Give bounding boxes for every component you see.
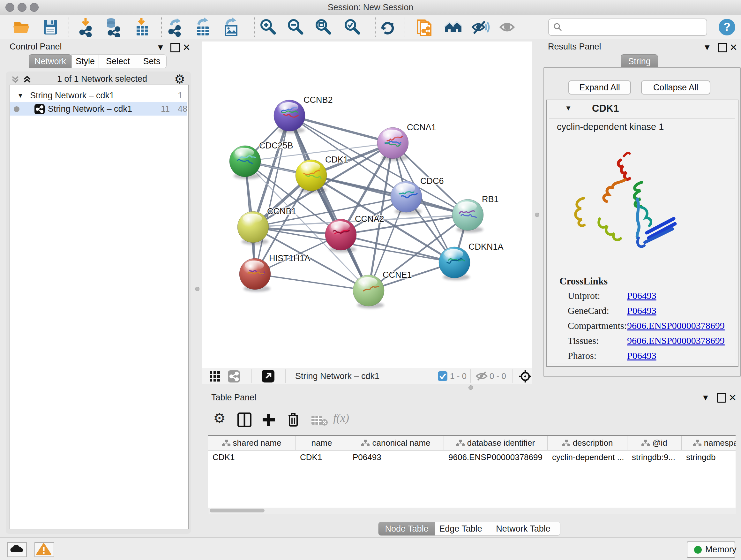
crosslink-tissues-link[interactable]: 9606.ENSP00000378699 xyxy=(627,335,725,346)
share-document-icon[interactable] xyxy=(415,17,434,37)
collection-expand-icon[interactable]: ▼ xyxy=(17,89,23,102)
export-image-icon[interactable] xyxy=(221,17,241,37)
footer-separator xyxy=(252,369,252,383)
hide-glass-icon[interactable] xyxy=(471,17,490,37)
string-home-icon[interactable] xyxy=(444,17,463,37)
table-options-gear-icon[interactable]: ⚙ xyxy=(213,410,226,426)
results-panel-collapse-icon[interactable]: ▼ xyxy=(703,43,711,52)
svg-text:CCNE1: CCNE1 xyxy=(383,270,412,280)
tab-network[interactable]: Network xyxy=(29,54,72,68)
left-splitter-handle[interactable] xyxy=(195,287,199,291)
cloud-status-button[interactable] xyxy=(7,542,27,557)
svg-text:?: ? xyxy=(724,20,731,34)
import-table-icon[interactable] xyxy=(133,17,152,37)
column-header-description[interactable]: description xyxy=(548,436,627,450)
zoom-fit-icon[interactable] xyxy=(314,17,333,37)
table-cell[interactable]: P06493 xyxy=(348,450,444,464)
collapse-all-button[interactable]: Collapse All xyxy=(641,80,711,95)
tab-sets[interactable]: Sets xyxy=(137,54,166,68)
zoom-selected-icon[interactable] xyxy=(343,17,362,37)
protein-structure-image xyxy=(561,150,686,256)
toolbar-separator xyxy=(161,17,162,37)
network-label: String Network – cdk1 xyxy=(48,102,132,116)
tab-node-table[interactable]: Node Table xyxy=(378,522,435,536)
control-panel-collapse-icon[interactable]: ▼ xyxy=(156,43,165,52)
tab-select[interactable]: Select xyxy=(98,54,137,68)
bottom-splitter-handle[interactable] xyxy=(468,385,473,390)
network-view-title: String Network – cdk1 xyxy=(295,368,380,384)
export-table-icon[interactable] xyxy=(193,17,212,37)
table-cell[interactable]: CDK1 xyxy=(208,450,295,464)
network-row-selected[interactable]: String Network – cdk1 11 48 xyxy=(10,102,187,116)
table-cell[interactable]: stringdb:9... xyxy=(627,450,681,464)
table-cell[interactable]: CDK1 xyxy=(295,450,348,464)
control-panel-float-icon[interactable] xyxy=(171,43,180,52)
tab-network-table[interactable]: Network Table xyxy=(486,522,560,536)
crosslink-pharos-link[interactable]: P06493 xyxy=(627,350,657,361)
toolbar-separator xyxy=(254,17,255,37)
network-options-gear-icon[interactable]: ⚙ xyxy=(174,72,185,86)
toolbar-separator xyxy=(375,17,376,37)
open-session-icon[interactable] xyxy=(12,17,31,37)
protein-name: CDK1 xyxy=(592,103,619,114)
column-header-id[interactable]: @id xyxy=(627,436,682,450)
column-header-name[interactable]: name xyxy=(295,436,348,450)
column-header-database-identifier[interactable]: database identifier xyxy=(444,436,548,450)
protein-collapse-icon[interactable]: ▼ xyxy=(565,104,572,112)
control-panel-close-icon[interactable]: ✕ xyxy=(183,42,191,53)
table-panel-close-icon[interactable]: ✕ xyxy=(729,392,737,403)
crosslink-genecard-link[interactable]: P06493 xyxy=(627,305,657,316)
warning-icon xyxy=(35,543,52,555)
table-panel-float-icon[interactable] xyxy=(717,393,726,402)
export-network-icon[interactable] xyxy=(166,17,185,37)
import-network-from-database-icon[interactable] xyxy=(104,17,123,37)
zoom-in-icon[interactable] xyxy=(259,17,278,37)
delete-column-icon[interactable] xyxy=(286,412,300,429)
import-network-icon[interactable] xyxy=(77,17,96,37)
scrollbar-thumb[interactable] xyxy=(210,509,265,512)
string-network-badge-icon[interactable] xyxy=(228,370,240,385)
svg-text:RB1: RB1 xyxy=(482,194,499,204)
show-columns-icon[interactable] xyxy=(238,413,252,429)
string-app-icon xyxy=(35,104,45,118)
delete-table-icon xyxy=(312,415,328,428)
crosslink-compartments-link[interactable]: 9606.ENSP00000378699 xyxy=(627,320,725,331)
apply-layout-icon[interactable] xyxy=(378,17,397,37)
table-cell[interactable]: cyclin-dependent ... xyxy=(548,450,627,464)
selected-checkbox-icon[interactable] xyxy=(438,371,448,383)
table-horizontal-scrollbar[interactable] xyxy=(208,508,736,514)
help-icon[interactable]: ? xyxy=(718,18,736,38)
node-table[interactable]: shared name name canonical name database… xyxy=(208,435,736,509)
network-view-canvas[interactable]: CCNB2CCNA1CDC25BCDK1CDC6RB1CCNB1CCNA2CDK… xyxy=(202,42,532,368)
column-header-canonical-name[interactable]: canonical name xyxy=(348,436,444,450)
tab-style[interactable]: Style xyxy=(71,54,99,68)
column-header-shared-name[interactable]: shared name xyxy=(208,436,295,450)
right-splitter-handle[interactable] xyxy=(535,212,539,217)
network-collection-row[interactable]: ▼ String Network – cdk1 1 xyxy=(10,89,187,102)
table-cell[interactable]: stringdb xyxy=(682,450,736,464)
memory-button[interactable]: Memory xyxy=(687,542,735,558)
add-column-icon[interactable] xyxy=(262,413,276,429)
warning-status-button[interactable] xyxy=(35,542,54,557)
fit-content-crosshair-icon[interactable] xyxy=(519,370,532,385)
results-panel-float-icon[interactable] xyxy=(718,43,727,52)
tab-string-results[interactable]: String xyxy=(621,54,658,68)
hidden-eye-slash-icon[interactable] xyxy=(475,371,488,383)
show-glass-icon[interactable] xyxy=(498,17,518,37)
table-panel-collapse-icon[interactable]: ▼ xyxy=(701,393,710,402)
birds-eye-view-icon[interactable] xyxy=(210,371,220,384)
column-header-namespace[interactable]: namespace xyxy=(682,436,736,450)
zoom-out-icon[interactable] xyxy=(286,17,305,37)
search-input[interactable] xyxy=(548,18,707,36)
save-session-icon[interactable] xyxy=(41,17,60,37)
collection-count: 1 xyxy=(170,89,183,102)
open-view-icon[interactable] xyxy=(262,370,274,385)
expand-all-button[interactable]: Expand All xyxy=(568,80,631,95)
tab-edge-table[interactable]: Edge Table xyxy=(435,522,486,536)
svg-text:CDC6: CDC6 xyxy=(420,176,444,186)
network-graph[interactable]: CCNB2CCNA1CDC25BCDK1CDC6RB1CCNB1CCNA2CDK… xyxy=(202,42,532,368)
results-panel-close-icon[interactable]: ✕ xyxy=(730,42,738,53)
table-cell[interactable]: 9606.ENSP00000378699 xyxy=(444,450,547,464)
crosslink-uniprot-link[interactable]: P06493 xyxy=(627,290,657,301)
search-icon xyxy=(553,23,562,32)
